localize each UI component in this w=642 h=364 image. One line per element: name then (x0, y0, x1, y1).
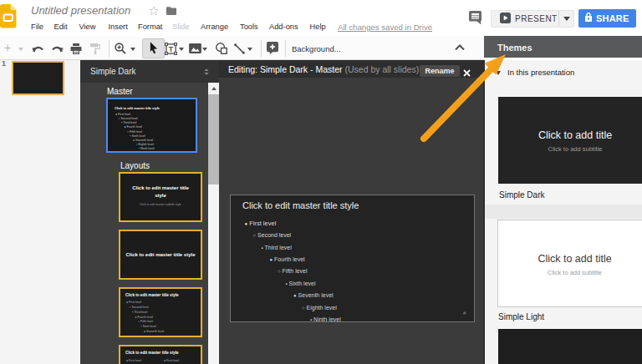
svg-text:T: T (169, 45, 174, 53)
